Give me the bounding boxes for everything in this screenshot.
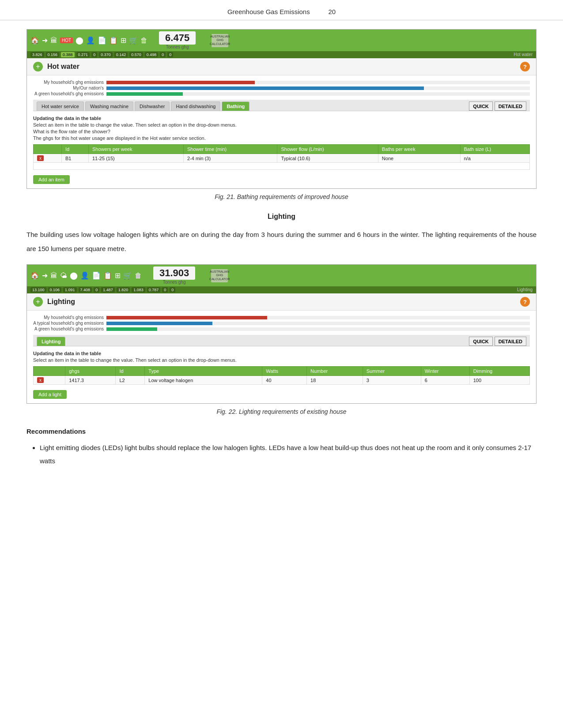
emission-row-2: My/Our nation's [33, 86, 530, 90]
quick-btn-fig21[interactable]: QUICK [469, 101, 492, 111]
detailed-btn-fig22[interactable]: DETAILED [495, 337, 526, 346]
th-id [34, 145, 62, 154]
cell-baths: None [378, 154, 460, 163]
delete-cell[interactable]: x [34, 154, 62, 163]
tab-dishwasher[interactable]: Dishwasher [135, 101, 170, 111]
lighting-heading: Lighting [26, 213, 537, 221]
add-light-btn[interactable]: Add a light [33, 390, 67, 399]
emission-bar-fig22-3 [106, 327, 157, 331]
ghg-value-fig22: 31.903 [153, 266, 195, 280]
circle-icon-fig22[interactable]: ⬤ [70, 271, 78, 280]
file2-icon-fig22[interactable]: 📋 [103, 271, 112, 280]
emission-bar-wrap-fig22-3 [106, 327, 530, 331]
cell-showers: 11-25 (15) [88, 154, 183, 163]
fig22-caption: Fig. 22. Lighting requirements of existi… [26, 408, 537, 415]
th-summer: Summer [363, 367, 421, 376]
home-icon-fig22[interactable]: 🏠 [30, 271, 39, 280]
cell-bath-size: n/a [460, 154, 530, 163]
app-content-fig22: My household's ghg emissions A typical h… [27, 311, 536, 403]
instruction-line3-fig21: What is the flow rate of the shower? [33, 129, 530, 134]
arrow-right-icon[interactable]: ➜ [42, 36, 48, 45]
delete-btn-fig21[interactable]: x [37, 155, 44, 161]
alert-icon[interactable]: HOT [60, 38, 73, 43]
th-baths-per-week: Baths per week [378, 145, 460, 154]
home-icon[interactable]: 🏠 [30, 36, 39, 45]
th-ghgs: ghgs [65, 367, 116, 376]
cart-icon-fig22[interactable]: 🛒 [123, 271, 132, 280]
breadcrumb-fig21: Hot water [514, 52, 533, 57]
tab-bathing[interactable]: Bathing [222, 101, 249, 111]
num22-1: 13.100 [30, 287, 46, 293]
num-2: 0.156 [46, 52, 60, 57]
num22-3: 1.091 [63, 287, 77, 293]
instruction-line4-fig21: The ghgs for this hot water usage are di… [33, 135, 530, 141]
person-icon[interactable]: 👤 [86, 36, 95, 45]
tab-bar-fig22: Lighting QUICK DETAILED [33, 335, 530, 346]
emission-bar-wrap-1 [106, 81, 530, 84]
tab-hand-dishwashing[interactable]: Hand dishwashing [171, 101, 220, 111]
cell-dimming: 100 [469, 376, 529, 385]
logo-fig22: AUSTRALIANGHGCALCULATOR [211, 269, 228, 282]
recommendations-list: Light emitting diodes (LEDs) light bulbs… [40, 441, 537, 468]
file-icon[interactable]: 📄 [98, 36, 106, 45]
help-btn-fig22[interactable]: ? [520, 297, 530, 307]
building-icon-fig22[interactable]: 🏛 [50, 272, 57, 280]
num22-7: 1.820 [117, 287, 130, 293]
section-title-fig22: Lighting [47, 298, 75, 306]
tab-lighting[interactable]: Lighting [37, 337, 65, 346]
section-title-row-fig21: + Hot water ? [27, 58, 536, 75]
grid-icon-fig22[interactable]: ⊞ [115, 271, 121, 280]
tab-hot-water-service[interactable]: Hot water service [37, 101, 84, 111]
page-header: Greenhouse Gas Emissions 20 [0, 0, 563, 20]
file-icon-fig22[interactable]: 📄 [92, 271, 101, 280]
file2-icon[interactable]: 📋 [109, 36, 118, 45]
person-icon-fig22[interactable]: 👤 [80, 271, 89, 280]
emission-bar-2 [106, 86, 424, 90]
detailed-btn-fig21[interactable]: DETAILED [495, 101, 526, 111]
tab-washing-machine[interactable]: Washing machine [85, 101, 133, 111]
fig21-window: 🏠 ➜ 🏛 HOT ⬤ 👤 📄 📋 ⊞ 🛒 🗑 6.475 Tonnes ghg… [26, 29, 537, 189]
trash-icon[interactable]: 🗑 [140, 37, 147, 45]
table-row-fig22[interactable]: x 1417.3 L2 Low voltage halogen 40 18 3 … [34, 376, 530, 385]
cell-shower-flow: Typical (10.6) [277, 154, 378, 163]
num-3: 0.388 [61, 52, 75, 57]
add-section-btn-fig21[interactable]: + [33, 62, 43, 71]
tab-right-buttons-fig21: QUICK DETAILED [469, 101, 526, 111]
cart-icon[interactable]: 🛒 [129, 36, 138, 45]
th-id-fig22: Id [116, 367, 145, 376]
data-table-fig21: Id Showers per week Shower time (min) Sh… [33, 144, 530, 170]
emission-bar-fig22-2 [106, 322, 212, 325]
delete-btn-fig22[interactable]: x [37, 377, 44, 383]
list-item: Light emitting diodes (LEDs) light bulbs… [40, 441, 537, 468]
instruction-line2-fig21: Select an item in the table to change th… [33, 122, 530, 128]
circle-icon[interactable]: ⬤ [76, 36, 83, 45]
fig21-caption: Fig. 21. Bathing requirements of improve… [26, 193, 537, 200]
arrow-right-icon-fig22[interactable]: ➜ [42, 271, 48, 280]
num22-9: 0.787 [147, 287, 161, 293]
cell-shower-time: 2-4 min (3) [183, 154, 277, 163]
ghg-value-fig21: 6.475 [159, 31, 196, 45]
add-section-btn-fig22[interactable]: + [33, 297, 43, 307]
add-item-btn-fig21[interactable]: Add an item [33, 175, 70, 184]
num22-4: 7.408 [79, 287, 92, 293]
emission-row-1: My household's ghg emissions [33, 80, 530, 85]
emission-label-3: A green household's ghg emissions [33, 91, 104, 96]
section-title-row-fig22: + Lighting ? [27, 293, 536, 311]
quick-btn-fig22[interactable]: QUICK [469, 337, 492, 346]
empty-row-fig21 [34, 163, 530, 170]
ghg-label-fig22: Tonnes ghg [163, 280, 186, 285]
th-showers-per-week: Showers per week [88, 145, 183, 154]
num-10: 0 [160, 52, 166, 57]
grid-icon[interactable]: ⊞ [121, 36, 126, 45]
trash-icon-fig22[interactable]: 🗑 [135, 272, 142, 280]
emission-row-fig22-1: My household's ghg emissions [33, 315, 530, 320]
help-btn-fig21[interactable]: ? [520, 62, 530, 71]
sun-icon-fig22[interactable]: 🌤 [60, 272, 67, 280]
delete-cell-fig22[interactable]: x [34, 376, 65, 385]
table-row[interactable]: x B1 11-25 (15) 2-4 min (3) Typical (10.… [34, 154, 530, 163]
page-number: 20 [328, 8, 336, 15]
building-icon[interactable]: 🏛 [50, 37, 57, 45]
emission-bar-fig22-1 [106, 316, 267, 319]
section-title-fig21: Hot water [47, 63, 79, 71]
num22-2: 0.106 [48, 287, 62, 293]
